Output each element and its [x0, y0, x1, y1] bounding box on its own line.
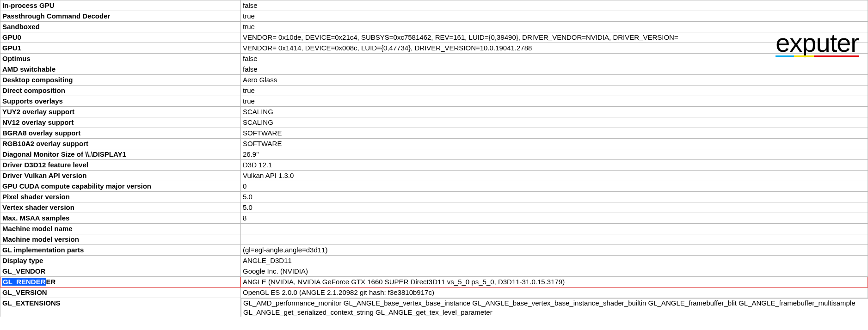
table-row: Optimusfalse [0, 54, 868, 64]
row-value: VENDOR= 0x10de, DEVICE=0x21c4, SUBSYS=0x… [241, 32, 868, 43]
row-value: 8 [241, 213, 868, 224]
row-key: GL_RENDERER [0, 277, 241, 287]
row-value: Vulkan API 1.3.0 [241, 171, 868, 181]
row-key: Machine model version [0, 234, 241, 245]
table-row: BGRA8 overlay supportSOFTWARE [0, 128, 868, 139]
table-row: Display typeANGLE_D3D11 [0, 256, 868, 266]
gpu-info-table: In-process GPUfalsePassthrough Command D… [0, 0, 868, 317]
row-key: Supports overlays [0, 96, 241, 107]
row-value: true [241, 86, 868, 96]
row-value: ANGLE (NVIDIA, NVIDIA GeForce GTX 1660 S… [241, 277, 868, 287]
row-value: SOFTWARE [241, 128, 868, 139]
selected-text: GL_RENDER [2, 278, 46, 286]
row-value: false [241, 64, 868, 75]
row-key: Diagonal Monitor Size of \\.\DISPLAY1 [0, 149, 241, 160]
table-row: Pixel shader version5.0 [0, 192, 868, 202]
row-key: RGB10A2 overlay support [0, 139, 241, 149]
row-key: GL implementation parts [0, 245, 241, 256]
table-row: GPU0VENDOR= 0x10de, DEVICE=0x21c4, SUBSY… [0, 32, 868, 43]
table-row: Machine model version [0, 234, 868, 245]
table-row: Driver D3D12 feature levelD3D 12.1 [0, 160, 868, 171]
row-key: GPU1 [0, 43, 241, 54]
row-key: Vertex shader version [0, 202, 241, 213]
row-key: GL_VENDOR [0, 266, 241, 277]
row-value: true [241, 96, 868, 107]
row-key: Driver Vulkan API version [0, 171, 241, 181]
row-value: Google Inc. (NVIDIA) [241, 266, 868, 277]
table-row: Supports overlaystrue [0, 96, 868, 107]
table-row: Driver Vulkan API versionVulkan API 1.3.… [0, 171, 868, 181]
row-value: (gl=egl-angle,angle=d3d11) [241, 245, 868, 256]
table-row: GL implementation parts(gl=egl-angle,ang… [0, 245, 868, 256]
table-row: GL_VENDORGoogle Inc. (NVIDIA) [0, 266, 868, 277]
table-row: In-process GPUfalse [0, 0, 868, 11]
row-key: Pixel shader version [0, 192, 241, 202]
row-value [241, 224, 868, 234]
row-value: false [241, 54, 868, 64]
row-key: GL_EXTENSIONS [0, 298, 241, 317]
row-key: Max. MSAA samples [0, 213, 241, 224]
table-row: Desktop compositingAero Glass [0, 75, 868, 86]
row-key: GPU0 [0, 32, 241, 43]
table-row: NV12 overlay supportSCALING [0, 117, 868, 128]
row-value: 5.0 [241, 192, 868, 202]
row-value: false [241, 0, 868, 11]
table-row: AMD switchablefalse [0, 64, 868, 75]
table-row: GL_VERSIONOpenGL ES 2.0.0 (ANGLE 2.1.209… [0, 287, 868, 298]
row-key: Machine model name [0, 224, 241, 234]
row-value: SOFTWARE [241, 139, 868, 149]
row-key: Sandboxed [0, 22, 241, 32]
row-key: BGRA8 overlay support [0, 128, 241, 139]
row-value: ANGLE_D3D11 [241, 256, 868, 266]
row-value: SCALING [241, 117, 868, 128]
table-row: GPU1VENDOR= 0x1414, DEVICE=0x008c, LUID=… [0, 43, 868, 54]
row-value: 0 [241, 181, 868, 192]
row-value: D3D 12.1 [241, 160, 868, 171]
table-row: Direct compositiontrue [0, 86, 868, 96]
row-key: AMD switchable [0, 64, 241, 75]
row-key: Desktop compositing [0, 75, 241, 86]
table-row: Diagonal Monitor Size of \\.\DISPLAY126.… [0, 149, 868, 160]
row-key: Driver D3D12 feature level [0, 160, 241, 171]
row-value: GL_AMD_performance_monitor GL_ANGLE_base… [241, 298, 868, 317]
row-value: Aero Glass [241, 75, 868, 86]
table-row: YUY2 overlay supportSCALING [0, 107, 868, 117]
table-row: Vertex shader version5.0 [0, 202, 868, 213]
row-key: Optimus [0, 54, 241, 64]
row-key: YUY2 overlay support [0, 107, 241, 117]
row-key: In-process GPU [0, 0, 241, 11]
table-row: Sandboxedtrue [0, 22, 868, 32]
table-row: GL_RENDERERANGLE (NVIDIA, NVIDIA GeForce… [0, 277, 868, 287]
row-value: 26.9" [241, 149, 868, 160]
row-value: VENDOR= 0x1414, DEVICE=0x008c, LUID={0,4… [241, 43, 868, 54]
row-key: Display type [0, 256, 241, 266]
row-key: NV12 overlay support [0, 117, 241, 128]
row-key: GL_VERSION [0, 287, 241, 298]
row-value: 5.0 [241, 202, 868, 213]
table-row: Machine model name [0, 224, 868, 234]
table-row: GPU CUDA compute capability major versio… [0, 181, 868, 192]
table-row: RGB10A2 overlay supportSOFTWARE [0, 139, 868, 149]
row-key-rest: ER [46, 278, 56, 286]
row-key: Passthrough Command Decoder [0, 11, 241, 22]
row-value: OpenGL ES 2.0.0 (ANGLE 2.1.20982 git has… [241, 287, 868, 298]
row-key: GPU CUDA compute capability major versio… [0, 181, 241, 192]
row-value: true [241, 22, 868, 32]
table-row: Max. MSAA samples8 [0, 213, 868, 224]
table-row: Passthrough Command Decodertrue [0, 11, 868, 22]
table-row: GL_EXTENSIONSGL_AMD_performance_monitor … [0, 298, 868, 317]
row-value: true [241, 11, 868, 22]
row-value: SCALING [241, 107, 868, 117]
row-key: Direct composition [0, 86, 241, 96]
row-value [241, 234, 868, 245]
